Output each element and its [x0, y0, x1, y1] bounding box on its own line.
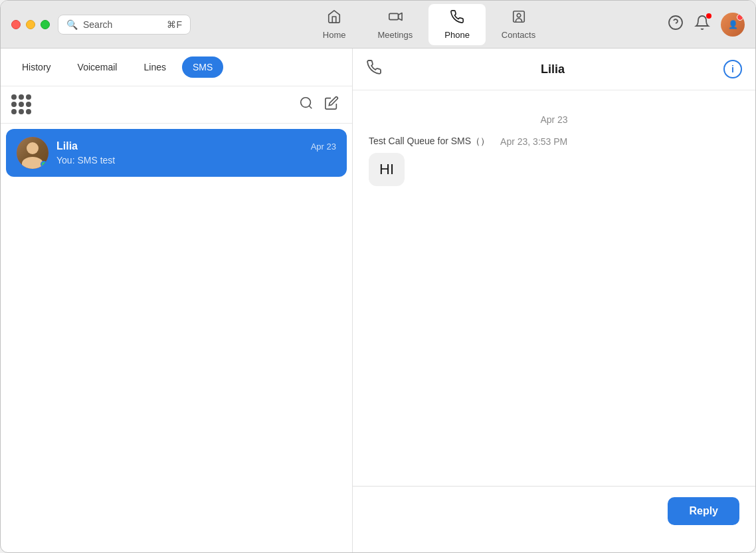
- sidebar-toolbar: [1, 86, 352, 124]
- subtab-sms[interactable]: SMS: [182, 56, 223, 78]
- message-bubble: HI: [369, 153, 405, 186]
- conversation-list: Lilia Apr 23 You: SMS test: [1, 124, 352, 552]
- lilia-avatar: [17, 137, 48, 169]
- conv-time-lilia: Apr 23: [311, 142, 336, 152]
- phone-tab-label: Phone: [444, 30, 470, 40]
- avatar[interactable]: 👤: [721, 13, 745, 37]
- conv-info-lilia: Lilia Apr 23 You: SMS test: [56, 140, 336, 166]
- svg-marker-1: [398, 13, 402, 20]
- compose-button[interactable]: [322, 93, 341, 116]
- sidebar: History Voicemail Lines SMS: [1, 49, 353, 552]
- home-icon: [327, 9, 341, 27]
- maximize-button[interactable]: [41, 20, 50, 29]
- message-group: Test Call Queue for SMS（） Apr 23, 3:53 P…: [369, 136, 739, 186]
- date-separator: Apr 23: [369, 114, 739, 125]
- tab-phone[interactable]: Phone: [428, 4, 486, 45]
- contacts-tab-label: Contacts: [502, 30, 535, 40]
- title-bar-right: 👤: [668, 13, 745, 37]
- phone-icon: [450, 9, 464, 27]
- meetings-icon: [388, 9, 403, 27]
- sub-tabs: History Voicemail Lines SMS: [1, 49, 352, 86]
- search-bar[interactable]: 🔍 Search ⌘F: [58, 15, 191, 35]
- call-button[interactable]: [366, 59, 382, 79]
- tab-contacts[interactable]: Contacts: [486, 4, 551, 45]
- main-content: History Voicemail Lines SMS: [1, 49, 755, 552]
- chat-contact-name: Lilia: [393, 62, 713, 76]
- home-tab-label: Home: [323, 30, 346, 40]
- svg-rect-0: [389, 13, 399, 19]
- conv-name-lilia: Lilia: [56, 140, 78, 152]
- subtab-voicemail[interactable]: Voicemail: [67, 56, 128, 78]
- conversation-item-lilia[interactable]: Lilia Apr 23 You: SMS test: [6, 129, 347, 177]
- search-label: Search: [83, 19, 112, 30]
- svg-point-4: [669, 16, 682, 29]
- svg-point-6: [301, 98, 311, 108]
- conv-header-lilia: Lilia Apr 23: [56, 140, 336, 152]
- title-bar: 🔍 Search ⌘F Home: [1, 1, 755, 49]
- svg-line-7: [309, 106, 312, 108]
- notifications-button[interactable]: [694, 15, 710, 35]
- message-sender: Test Call Queue for SMS（）: [369, 136, 490, 148]
- search-icon: 🔍: [66, 19, 78, 30]
- tab-home[interactable]: Home: [307, 4, 362, 45]
- close-button[interactable]: [11, 20, 21, 29]
- message-time: Apr 23, 3:53 PM: [500, 136, 567, 147]
- conv-preview-lilia: You: SMS test: [56, 155, 336, 166]
- chat-messages: Apr 23 Test Call Queue for SMS（） Apr 23,…: [353, 90, 755, 486]
- svg-rect-2: [513, 11, 524, 22]
- chat-input-area: Reply: [353, 486, 755, 552]
- search-shortcut: ⌘F: [167, 19, 182, 30]
- reply-button[interactable]: Reply: [668, 497, 739, 525]
- app-window: 🔍 Search ⌘F Home: [0, 0, 756, 553]
- search-messages-button[interactable]: [296, 93, 316, 116]
- dialpad-button[interactable]: [11, 94, 33, 116]
- tab-meetings[interactable]: Meetings: [362, 4, 429, 45]
- chat-header: Lilia i: [353, 49, 755, 90]
- help-button[interactable]: [668, 15, 684, 35]
- online-indicator: [41, 161, 47, 167]
- subtab-history[interactable]: History: [11, 56, 62, 78]
- minimize-button[interactable]: [26, 20, 35, 29]
- message-meta: Test Call Queue for SMS（） Apr 23, 3:53 P…: [369, 136, 739, 148]
- chat-panel: Lilia i Apr 23 Test Call Queue for SMS（）…: [353, 49, 755, 552]
- subtab-lines[interactable]: Lines: [133, 56, 176, 78]
- notification-dot: [706, 13, 711, 19]
- contacts-icon: [512, 9, 526, 27]
- window-controls: [11, 20, 50, 29]
- svg-point-3: [517, 13, 521, 17]
- nav-tabs: Home Meetings Phone: [199, 4, 660, 45]
- meetings-tab-label: Meetings: [378, 30, 413, 40]
- info-button[interactable]: i: [723, 60, 742, 78]
